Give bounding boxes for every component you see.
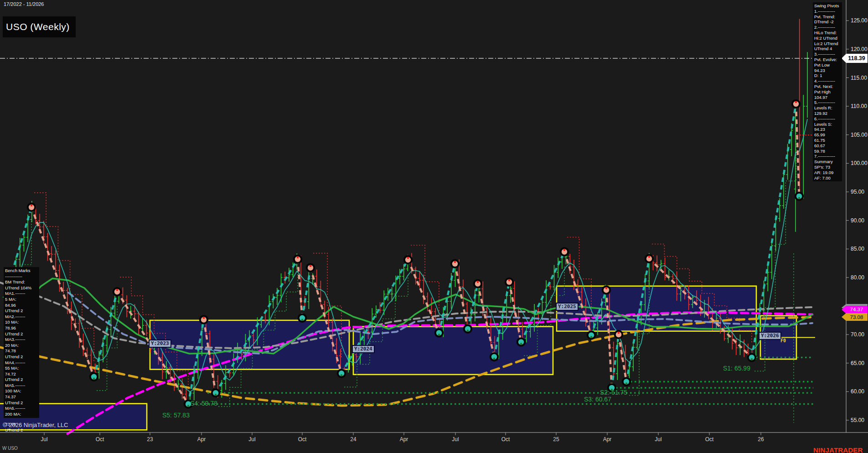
panel-line: 65.99 [814, 132, 841, 138]
panel-line: MA2.------- [5, 314, 38, 320]
panel-line: Lo:2 UTrend [814, 41, 841, 46]
copyright-label: © 2026 NinjaTrader, LLC [3, 422, 68, 428]
bench-marks-lines: ------------BM Trend:UTrend 104%MA1.----… [5, 274, 38, 417]
panel-line: 78.96 [5, 325, 38, 331]
panel-line: 1.------------ [814, 9, 841, 14]
panel-line: 84.96 [5, 303, 38, 309]
panel-line: 20 MA: [5, 343, 38, 349]
panel-line: AR: 19.09 [814, 170, 841, 175]
panel-line: D: 1 [814, 73, 841, 78]
date-range-label: 17/2022 - 11/2026 [4, 1, 44, 7]
panel-line: HiLo Trend: [814, 30, 841, 36]
panel-line: Summary [814, 159, 841, 165]
panel-line: Pvt. Trend: [814, 14, 841, 20]
chart-title-box: USO (Weekly) [3, 16, 76, 37]
panel-line: ------------ [5, 274, 38, 280]
year-boxes [0, 286, 796, 430]
panel-line: 94.23 [814, 68, 841, 73]
panel-line: SP's: 73 [814, 165, 841, 170]
panel-line: 2.------------ [814, 25, 841, 30]
panel-line: 4.------------ [814, 78, 841, 84]
panel-line: 60.67 [814, 143, 841, 149]
panel-line: UTrend 2 [5, 377, 38, 383]
price-axis[interactable] [846, 0, 868, 432]
panel-line: MA6.------- [5, 406, 38, 412]
panel-line: 3.------------ [814, 51, 841, 57]
swing-pivots-lines: 1.------------Pvt. Trend:DTrend -22.----… [814, 9, 841, 181]
panel-line: 10 MA: [5, 319, 38, 325]
panel-line: UTrend 2 [5, 400, 38, 406]
panel-line: 5 MA: [5, 297, 38, 303]
panel-line: MA3.------- [5, 337, 38, 343]
panel-line: 129.92 [814, 111, 841, 116]
panel-line: 61.75 [814, 138, 841, 143]
panel-line: Pvt Low [814, 62, 841, 68]
moving-averages [0, 119, 812, 434]
panel-line: 59.78 [814, 149, 841, 154]
panel-line: 104.97 [814, 95, 841, 100]
panel-line: 7.------------ [814, 154, 841, 159]
panel-line: Levels R: [814, 105, 841, 111]
panel-line: UTrend 2 [5, 331, 38, 337]
panel-line: UTrend 4 [814, 46, 841, 51]
panel-line: 6.------------ [814, 116, 841, 122]
chart-title: USO (Weekly) [3, 21, 70, 32]
panel-line: UTrend 2 [5, 354, 38, 360]
panel-line: Levels S: [814, 122, 841, 127]
panel-line: UTrend 104% [5, 285, 38, 291]
panel-line: 74.72 [5, 371, 38, 377]
panel-line: Hi:2 UTrend [814, 36, 841, 41]
panel-line: MA5.------- [5, 383, 38, 389]
panel-line: 100 MA: [5, 388, 38, 394]
panel-line: UTrend 2 [5, 308, 38, 314]
panel-line: BM Trend: [5, 279, 38, 285]
panel-line: MA1.------- [5, 291, 38, 297]
bench-marks-title: Bench Marks [5, 268, 38, 274]
panel-line: Pvt. Evolve: [814, 57, 841, 62]
swing-pivots-title: Swing Pivots [814, 3, 841, 9]
panel-line: 55 MA: [5, 365, 38, 371]
time-axis[interactable] [0, 432, 846, 453]
panel-line: AF: 7.00 [814, 175, 841, 181]
panel-line: 94.23 [814, 127, 841, 132]
panel-line: 200 MA: [5, 412, 38, 417]
panel-line: DTrend -2 [814, 19, 841, 25]
ninjatrader-chart-window: 74.7274.3773.08118.39 Y:2023Y:2024Y:2025… [0, 0, 868, 453]
bench-marks-panel: Bench Marks ------------BM Trend:UTrend … [4, 267, 39, 418]
panel-line: Pvt. Next: [814, 84, 841, 89]
swing-pivots-panel: Swing Pivots 1.------------Pvt. Trend:DT… [813, 2, 842, 181]
panel-line: 5.------------ [814, 100, 841, 105]
chart-canvas[interactable]: 74.7274.3773.08118.39 [0, 0, 868, 453]
panel-line: Pvt High [814, 89, 841, 95]
panel-line: 74.78 [5, 348, 38, 354]
panel-line: 74.37 [5, 394, 38, 400]
panel-line: MA4.------- [5, 360, 38, 366]
